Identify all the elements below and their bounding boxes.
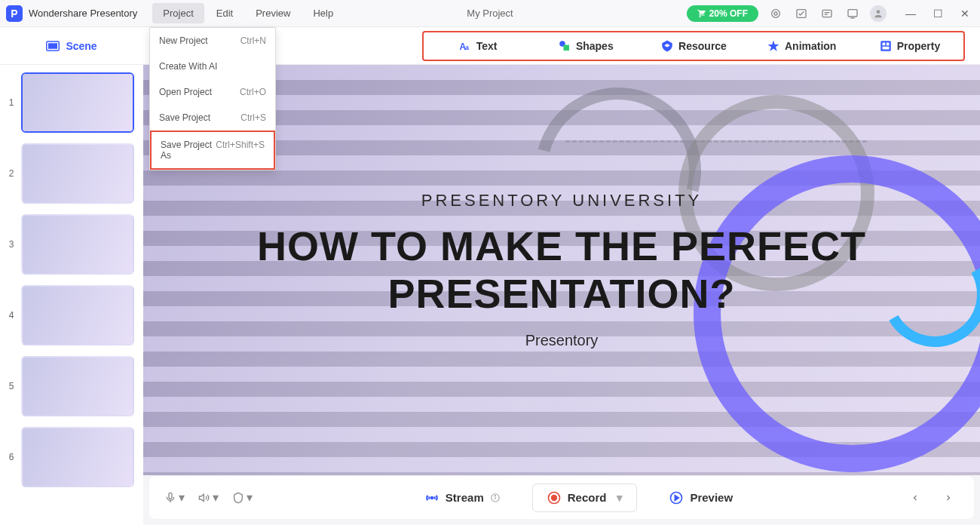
titlebar-right: 20% OFF — ☐ ✕: [687, 5, 974, 23]
menu-help[interactable]: Help: [302, 3, 344, 23]
svg-point-26: [551, 494, 557, 500]
svg-rect-17: [882, 42, 885, 45]
dd-open-project[interactable]: Open ProjectCtrl+O: [150, 79, 275, 105]
app-name: Wondershare Presentory: [29, 8, 137, 19]
slide-title: HOW TO MAKE THE PERFECT PRESENTATION?: [257, 223, 866, 316]
slide-thumb-4[interactable]: 4: [6, 285, 137, 345]
user-avatar[interactable]: [870, 5, 887, 22]
play-icon: [669, 490, 684, 505]
target-icon[interactable]: [767, 5, 784, 22]
svg-point-24: [495, 495, 495, 496]
stream-icon: [424, 490, 439, 505]
property-icon: [879, 39, 893, 53]
minimize-button[interactable]: —: [902, 5, 920, 23]
text-icon: Aa: [458, 39, 472, 53]
slide-thumb-1[interactable]: 1: [6, 72, 137, 133]
tab-animation[interactable]: Animation: [748, 32, 856, 60]
speaker-control[interactable]: ▾: [198, 490, 219, 505]
tab-resource[interactable]: Resource: [639, 32, 747, 60]
titlebar: P Wondershare Presentory Project Edit Pr…: [0, 0, 980, 27]
chevron-down-icon: ▾: [179, 490, 185, 505]
svg-rect-19: [882, 46, 889, 49]
chevron-right-icon: [944, 493, 953, 502]
menu-project[interactable]: Project: [152, 3, 204, 23]
animation-icon: [767, 39, 780, 53]
dd-new-project[interactable]: New ProjectCtrl+N: [150, 28, 275, 54]
inbox-icon[interactable]: [793, 5, 810, 22]
slide-subtitle: PRESENTORY UNIVERSITY: [421, 191, 703, 210]
project-dropdown: New ProjectCtrl+N Create With AI Open Pr…: [149, 27, 276, 170]
chevron-down-icon: ▾: [213, 490, 219, 505]
close-button[interactable]: ✕: [956, 5, 974, 23]
project-title: My Project: [467, 8, 513, 19]
svg-rect-16: [880, 41, 891, 51]
message-icon[interactable]: [819, 5, 835, 22]
menu-preview[interactable]: Preview: [245, 3, 301, 23]
slide-thumb-3[interactable]: 3: [6, 214, 137, 275]
screen-icon[interactable]: [844, 5, 861, 22]
app-logo: P: [6, 5, 23, 22]
tab-shapes[interactable]: Shapes: [531, 32, 639, 60]
promo-button[interactable]: 20% OFF: [687, 5, 758, 22]
info-icon: [490, 493, 501, 503]
next-slide-button[interactable]: [938, 487, 959, 508]
svg-point-1: [774, 12, 777, 15]
mic-control[interactable]: ▾: [164, 490, 185, 505]
svg-rect-10: [48, 43, 57, 49]
svg-point-8: [877, 10, 880, 14]
scene-icon: [46, 41, 60, 51]
preview-button[interactable]: Preview: [655, 484, 746, 511]
resource-icon: [660, 39, 674, 53]
slide-thumb-5[interactable]: 5: [6, 356, 137, 416]
record-icon: [547, 490, 562, 505]
main-area: 1 2 3 4 5 6 PRESENTORY UNIVERSITY HOW TO…: [0, 65, 980, 525]
stream-button[interactable]: Stream: [411, 484, 514, 511]
speaker-icon: [198, 492, 210, 504]
svg-rect-18: [886, 42, 889, 45]
svg-rect-3: [822, 10, 831, 17]
svg-point-0: [772, 9, 780, 17]
main-menu: Project Edit Preview Help: [152, 3, 344, 23]
tab-property[interactable]: Property: [856, 32, 963, 60]
bottom-bar: ▾ ▾ ▾ Stream Record ▾ Preview: [149, 475, 974, 519]
svg-rect-6: [848, 9, 857, 16]
svg-rect-20: [169, 493, 172, 499]
chevron-down-icon: ▾: [247, 490, 253, 505]
toolbar: Scene Import Aa Text Shapes Resource Ani…: [0, 27, 980, 65]
chevron-down-icon: ▾: [617, 491, 623, 505]
tool-tabs-highlighted: Aa Text Shapes Resource Animation Proper…: [422, 31, 965, 61]
prev-slide-button[interactable]: [905, 487, 926, 508]
camera-control[interactable]: ▾: [232, 490, 253, 505]
slide-sidebar: 1 2 3 4 5 6: [0, 65, 143, 525]
mic-icon: [164, 492, 176, 504]
slide-author: Presentory: [525, 332, 599, 349]
tab-text[interactable]: Aa Text: [424, 32, 531, 60]
dd-create-ai[interactable]: Create With AI: [150, 54, 275, 79]
menu-edit[interactable]: Edit: [206, 3, 243, 23]
svg-point-21: [431, 496, 433, 499]
shield-icon: [232, 492, 244, 504]
svg-rect-15: [563, 45, 569, 51]
shapes-icon: [558, 39, 571, 53]
cart-icon: [697, 9, 706, 18]
dd-save-project[interactable]: Save ProjectCtrl+S: [150, 105, 275, 130]
scene-button[interactable]: Scene: [0, 40, 143, 52]
svg-text:a: a: [465, 43, 470, 51]
record-button[interactable]: Record ▾: [532, 484, 638, 512]
maximize-button[interactable]: ☐: [929, 5, 947, 23]
dd-save-project-as[interactable]: Save Project AsCtrl+Shift+S: [150, 130, 275, 170]
chevron-left-icon: [911, 493, 920, 502]
slide-thumb-6[interactable]: 6: [6, 427, 137, 487]
slide-thumb-2[interactable]: 2: [6, 143, 137, 204]
